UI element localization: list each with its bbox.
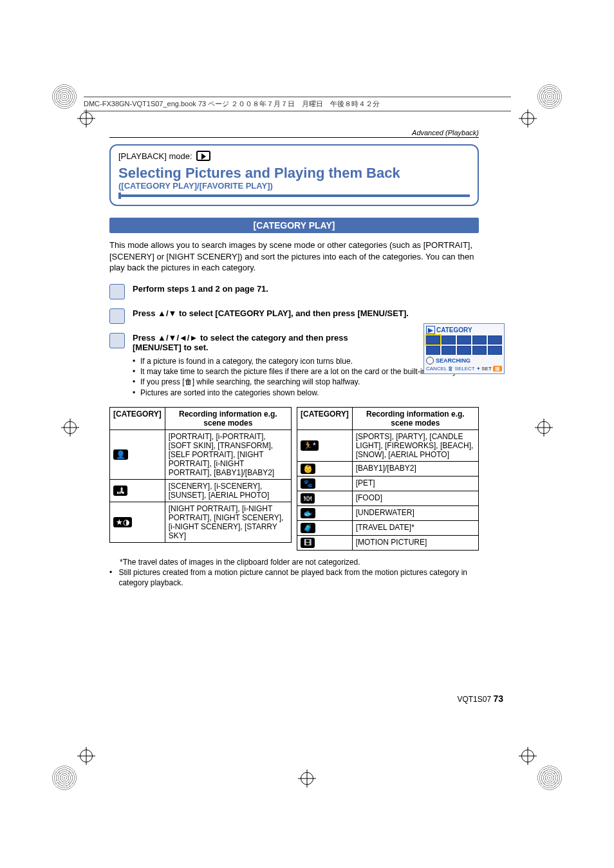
- table-row: ★◑[NIGHT PORTRAIT], [i-NIGHT PORTRAIT], …: [110, 502, 292, 542]
- note: It may take time to search the picture f…: [140, 366, 458, 377]
- table-row: 🐾[PET]: [297, 476, 479, 491]
- table-row: 👶[BABY1]/[BABY2]: [297, 461, 479, 476]
- step-1: Perform steps 1 and 2 on page 71.: [109, 284, 479, 299]
- osd-cancel: CANCEL: [426, 366, 447, 372]
- cell: [PORTRAIT], [i-PORTRAIT], [SOFT SKIN], […: [165, 429, 291, 479]
- pet-icon: 🐾: [301, 478, 315, 489]
- table-row: 🍽[FOOD]: [297, 491, 479, 505]
- playback-icon: [196, 151, 210, 161]
- footnote-1: *The travel dates of images in the clipb…: [120, 557, 360, 567]
- col-header-category: [CATEGORY]: [297, 407, 353, 429]
- cell: [TRAVEL DATE]*: [352, 520, 478, 535]
- note: If you press [🗑] while searching, the se…: [140, 377, 360, 387]
- page-subtitle: ([CATEGORY PLAY]/[FAVORITE PLAY]): [118, 181, 470, 191]
- title-divider: [118, 194, 470, 197]
- table-row: 👤[PORTRAIT], [i-PORTRAIT], [SOFT SKIN], …: [110, 429, 292, 479]
- table-row: 🏃*[SPORTS], [PARTY], [CANDLE LIGHT], [FI…: [297, 429, 479, 461]
- osd-title: CATEGORY: [436, 326, 472, 334]
- category-tables: [CATEGORY] Recording information e.g. sc…: [109, 407, 479, 551]
- table-row: 🏞[SCENERY], [i-SCENERY], [SUNSET], [AERI…: [110, 479, 292, 502]
- cell: [PET]: [352, 476, 478, 491]
- col-header-info: Recording information e.g. scene modes: [165, 407, 291, 429]
- table-row: 🧳[TRAVEL DATE]*: [297, 520, 479, 535]
- osd-select: SELECT: [455, 366, 475, 372]
- category-table-left: [CATEGORY] Recording information e.g. sc…: [109, 407, 292, 543]
- mode-label: [PLAYBACK] mode:: [118, 151, 192, 161]
- scenery-icon: 🏞: [113, 486, 127, 496]
- step-bullet-icon: [109, 308, 125, 324]
- step-bullet-icon: [109, 333, 125, 348]
- cell: [NIGHT PORTRAIT], [i-NIGHT PORTRAIT], [N…: [165, 502, 291, 542]
- travel-icon: 🧳: [301, 523, 315, 533]
- motion-picture-icon: 🎞: [301, 538, 315, 548]
- step-2: Press ▲/▼ to select [CATEGORY PLAY], and…: [109, 308, 479, 324]
- step-2-text: Press ▲/▼ to select [CATEGORY PLAY], and…: [133, 308, 479, 318]
- intro-text: This mode allows you to search images by…: [109, 240, 479, 274]
- col-header-category: [CATEGORY]: [110, 407, 165, 429]
- note: If a picture is found in a category, the…: [140, 356, 353, 366]
- section-heading: [CATEGORY PLAY]: [109, 218, 479, 233]
- breadcrumb: Advanced (Playback): [109, 129, 479, 138]
- doc-code: VQT1S07: [457, 695, 491, 704]
- playback-mode-icon: ▶: [426, 326, 435, 334]
- page-title: Selecting Pictures and Playing them Back: [118, 165, 470, 181]
- camera-osd-screenshot: ▶CATEGORY SEARCHING CANCEL 🗑 SELECT ✦ SE…: [423, 323, 505, 374]
- footnotes: *The travel dates of images in the clipb…: [109, 557, 479, 589]
- print-header-line: DMC-FX38GN-VQT1S07_eng.book 73 ページ ２００８年…: [84, 97, 511, 111]
- title-box: [PLAYBACK] mode: Selecting Pictures and …: [109, 144, 479, 206]
- cell: [SPORTS], [PARTY], [CANDLE LIGHT], [FIRE…: [352, 429, 478, 461]
- step-1-text: Perform steps 1 and 2 on page 71.: [133, 284, 479, 294]
- footnote-2: Still pictures created from a motion pic…: [118, 567, 479, 588]
- step-bullet-icon: [109, 284, 125, 299]
- cell: [BABY1]/[BABY2]: [352, 461, 478, 476]
- note: Pictures are sorted into the categories …: [140, 388, 319, 398]
- col-header-info: Recording information e.g. scene modes: [352, 407, 478, 429]
- category-table-right: [CATEGORY] Recording information e.g. sc…: [297, 407, 479, 551]
- step-3-title: Press ▲/▼/◄/► to select the category and…: [133, 333, 377, 352]
- spinner-icon: [426, 357, 434, 364]
- night-icon: ★◑: [113, 517, 132, 527]
- underwater-icon: 🐟: [301, 508, 315, 518]
- osd-set-label: SET: [481, 366, 491, 372]
- events-icon: 🏃*: [301, 440, 319, 451]
- baby-icon: 👶: [301, 464, 315, 474]
- table-row: 🐟[UNDERWATER]: [297, 505, 479, 520]
- cell: [SCENERY], [i-SCENERY], [SUNSET], [AERIA…: [165, 479, 291, 502]
- page-footer: VQT1S07 73: [457, 693, 503, 704]
- page-number: 73: [493, 693, 503, 704]
- cell: [UNDERWATER]: [352, 505, 478, 520]
- menu-set-icon: ▦: [493, 366, 502, 372]
- food-icon: 🍽: [301, 493, 315, 504]
- table-row: 🎞[MOTION PICTURE]: [297, 535, 479, 550]
- cell: [MOTION PICTURE]: [352, 535, 478, 550]
- osd-searching: SEARCHING: [436, 357, 502, 364]
- cell: [FOOD]: [352, 491, 478, 505]
- osd-category-grid: [426, 335, 502, 355]
- portrait-icon: 👤: [113, 449, 128, 460]
